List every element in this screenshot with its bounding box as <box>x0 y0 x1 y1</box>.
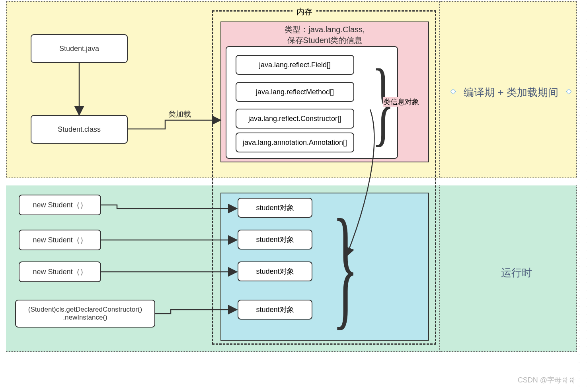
runtime-phase-label: 运行时 <box>461 266 572 280</box>
reflect-method: java.lang.reflectMethod[] <box>236 82 354 102</box>
brace-icon-2: } <box>332 199 358 334</box>
box-class-file: Student.class <box>31 115 128 144</box>
class-info-object-label: 类信息对象 <box>383 97 419 107</box>
reflect-ni-line2: .newInstance() <box>63 314 107 321</box>
pink-title-line2: 保存Student类的信息 <box>287 36 363 45</box>
compile-phase-label: 编译期 + 类加载期间 <box>455 86 567 99</box>
pink-title-line1: 类型：java.lang.Class, <box>285 25 365 34</box>
student-object-3: student对象 <box>238 261 312 281</box>
box-new-student-3: new Student（） <box>19 261 101 282</box>
student-object-1: student对象 <box>238 198 312 218</box>
reflect-field: java.lang.reflect.Field[] <box>236 55 354 75</box>
watermark: CSDN @字母哥哥 <box>518 375 576 385</box>
student-object-2: student对象 <box>238 230 312 250</box>
reflect-ni-line1: (Student)cls.getDeclaredConstructor() <box>28 306 142 313</box>
class-loading-label: 类加载 <box>168 109 191 119</box>
class-info-title: 类型：java.lang.Class, 保存Student类的信息 <box>221 24 428 46</box>
box-new-student-2: new Student（） <box>19 230 101 250</box>
reflect-annotation: java.lang.annotation.Annotation[] <box>236 133 354 152</box>
box-new-student-1: new Student（） <box>19 195 101 215</box>
student-object-4: student对象 <box>238 300 312 320</box>
box-source-file: Student.java <box>31 34 128 63</box>
box-reflect-newinstance: (Student)cls.getDeclaredConstructor() .n… <box>15 300 155 328</box>
reflect-constructor: java.lang.reflect.Constructor[] <box>236 109 354 129</box>
diagram-canvas: 内存 类型：java.lang.Class, 保存Student类的信息 jav… <box>0 0 587 392</box>
memory-label: 内存 <box>293 6 316 17</box>
